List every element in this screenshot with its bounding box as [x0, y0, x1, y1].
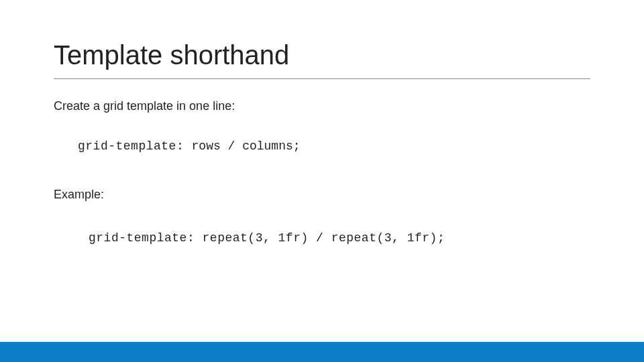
- slide-container: Template shorthand Create a grid templat…: [0, 0, 644, 362]
- example-code: grid-template: repeat(3, 1fr) / repeat(3…: [89, 231, 590, 245]
- example-label: Example:: [54, 188, 590, 202]
- intro-text: Create a grid template in one line:: [54, 99, 590, 113]
- syntax-line: grid-template: rows / columns;: [78, 139, 590, 153]
- syntax-values: rows / columns;: [192, 139, 301, 153]
- title-underline: [54, 78, 590, 79]
- footer-bar: [0, 342, 644, 362]
- slide-title: Template shorthand: [54, 40, 590, 70]
- syntax-property: grid-template:: [78, 139, 192, 153]
